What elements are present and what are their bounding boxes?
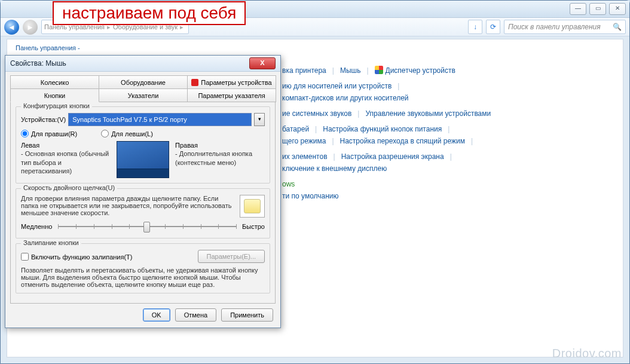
tab-strip: Колесико Оборудование Параметры устройст… xyxy=(10,75,276,102)
radio-right-handed[interactable]: Для правши(R) xyxy=(21,130,77,137)
folder-icon xyxy=(244,199,261,213)
slow-label: Медленно xyxy=(21,223,52,230)
radio-right-input[interactable] xyxy=(21,130,29,137)
group-legend: Конфигурация кнопки xyxy=(21,102,92,109)
link-defaults[interactable]: ти по умолчанию xyxy=(282,192,339,200)
link-external-display[interactable]: ключение к внешнему дисплею xyxy=(282,164,387,173)
group-legend: Залипание кнопки xyxy=(21,239,81,246)
back-button[interactable]: ◄ xyxy=(4,20,19,35)
tab-wheel[interactable]: Колесико xyxy=(10,75,99,89)
clicklock-params-button[interactable]: Параметры(E)... xyxy=(198,250,265,263)
clicklock-text: Позволяет выделять и перетаскивать объек… xyxy=(21,267,265,288)
right-col-text: - Дополнительная кнопка (контекстные мен… xyxy=(175,149,265,167)
dialog-title: Свойства: Мышь xyxy=(10,59,66,68)
subheader-title: Панель управления - xyxy=(16,44,80,51)
apply-button[interactable]: Применить xyxy=(221,308,273,322)
link-device-manager[interactable]: Диспетчер устройств xyxy=(386,66,455,75)
left-col-title: Левая xyxy=(21,141,111,149)
group-button-config: Конфигурация кнопки Устройства:(V) Synap… xyxy=(16,106,270,183)
link-audio-devices[interactable]: Управление звуковыми устройствами xyxy=(365,109,491,118)
tab-pointers[interactable]: Указатели xyxy=(99,88,188,102)
annotation-overlay: настраиваем под себя xyxy=(53,1,246,25)
link-battery[interactable]: батарей xyxy=(282,125,309,133)
combo-dropdown-button[interactable]: ▾ xyxy=(254,113,265,126)
left-col-text: - Основная кнопка (обычный тип выбора и … xyxy=(21,149,111,175)
tab-hardware[interactable]: Оборудование xyxy=(99,75,188,89)
watermark: Droidov.com xyxy=(552,347,622,360)
link-mouse[interactable]: Мышь xyxy=(340,66,361,75)
tab-page-buttons: Конфигурация кнопки Устройства:(V) Synap… xyxy=(10,102,276,304)
synaptics-icon xyxy=(191,79,198,86)
link-resolution[interactable]: Настройка разрешения экрана xyxy=(341,152,444,161)
tab-device-params[interactable]: Параметры устройства xyxy=(187,75,276,89)
link-power-buttons[interactable]: Настройка функций кнопок питания xyxy=(323,125,442,133)
link-elements[interactable]: их элементов xyxy=(282,152,328,161)
doubleclick-slider[interactable] xyxy=(58,220,236,233)
test-folder[interactable] xyxy=(240,195,265,218)
fast-label: Быстро xyxy=(242,223,265,230)
group-clicklock: Залипание кнопки Включить функцию залипа… xyxy=(16,243,270,293)
refresh-button[interactable]: ⟳ xyxy=(486,20,500,34)
slider-thumb[interactable] xyxy=(143,222,150,233)
link-cd[interactable]: компакт-дисков или других носителей xyxy=(282,94,409,102)
mouse-properties-dialog: Свойства: Мышь X Колесико Оборудование П… xyxy=(5,55,281,328)
ok-button[interactable]: OK xyxy=(143,308,170,322)
link-sleep-mode[interactable]: щего режима xyxy=(282,137,326,145)
subheader: Панель управления - xyxy=(7,39,623,56)
clicklock-checkbox-label[interactable]: Включить функцию залипания(T) xyxy=(21,253,133,261)
device-label: Устройства:(V) xyxy=(21,116,66,123)
close-button[interactable]: ✕ xyxy=(609,3,626,15)
tab-pointer-options[interactable]: Параметры указателя xyxy=(187,88,276,102)
link-system-sounds[interactable]: ие системных звуков xyxy=(282,109,351,118)
search-icon: 🔍 xyxy=(613,23,622,31)
link-sleep-settings[interactable]: Настройка перехода в спящий режим xyxy=(340,137,465,145)
shield-icon xyxy=(375,66,383,74)
cancel-button[interactable]: Отмена xyxy=(175,308,216,322)
radio-left-handed[interactable]: Для левши(L) xyxy=(101,130,153,137)
link-windows[interactable]: ows xyxy=(282,180,295,188)
clicklock-checkbox[interactable] xyxy=(21,253,29,261)
search-input[interactable]: Поиск в панели управления 🔍 xyxy=(504,20,626,34)
group-doubleclick-speed: Скорость двойного щелчка(U) Для проверки… xyxy=(16,188,270,238)
link-autoplay[interactable]: ию для носителей или устройств xyxy=(282,82,392,90)
doubleclick-text: Для проверки влияния параметра дважды ще… xyxy=(21,195,234,216)
forward-button[interactable]: ► xyxy=(23,20,38,35)
maximize-button[interactable]: ▭ xyxy=(589,3,606,15)
radio-left-input[interactable] xyxy=(101,130,109,137)
touchpad-preview xyxy=(117,141,169,178)
dialog-titlebar[interactable]: Свойства: Мышь X xyxy=(5,56,280,72)
device-combo[interactable]: Synaptics TouchPad V7.5 к PS/2 порту xyxy=(68,113,252,126)
link-add-printer[interactable]: вка принтера xyxy=(282,66,326,75)
search-placeholder: Поиск в панели управления xyxy=(508,23,601,31)
refresh-button[interactable]: ↓ xyxy=(468,20,482,34)
dialog-close-button[interactable]: X xyxy=(249,57,276,69)
group-legend: Скорость двойного щелчка(U) xyxy=(21,184,117,191)
tab-buttons[interactable]: Кнопки xyxy=(10,88,99,102)
minimize-button[interactable]: — xyxy=(570,3,586,15)
right-col-title: Правая xyxy=(175,141,265,149)
